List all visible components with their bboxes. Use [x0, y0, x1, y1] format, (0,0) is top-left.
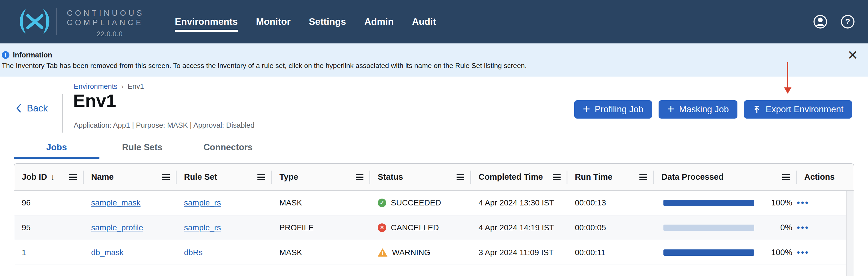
progress-bar	[663, 200, 754, 206]
status-success-icon	[378, 198, 386, 207]
column-header-type: Type	[272, 164, 370, 190]
column-header-actions: Actions	[797, 164, 854, 190]
nav-item-monitor[interactable]: Monitor	[256, 16, 290, 27]
tab-rule-sets[interactable]: Rule Sets	[99, 142, 185, 153]
nav-icons: ?	[813, 0, 855, 43]
breadcrumb-current: Env1	[128, 82, 144, 91]
breadcrumb-chevron-icon: ›	[121, 83, 124, 91]
data-processed-cell: 100%	[654, 191, 797, 215]
column-menu-icon[interactable]	[356, 174, 364, 180]
status-label: CANCELLED	[391, 223, 439, 232]
status-cancelled-icon	[378, 223, 386, 232]
row-actions-button[interactable]: •••	[797, 223, 809, 233]
tab-bar: Jobs Rule Sets Connectors	[14, 142, 271, 153]
annotation-arrow-icon	[784, 62, 792, 95]
job-name-link[interactable]: sample_mask	[91, 198, 141, 208]
status-cell: WARNING	[370, 240, 471, 265]
job-type-cell: MASK	[272, 191, 370, 215]
page: CONTINUOUS COMPLIANCE 22.0.0.0 Environme…	[0, 0, 868, 276]
export-icon	[752, 105, 761, 114]
run-time-cell: 00:00:11	[567, 240, 654, 265]
close-icon[interactable]: ✕	[847, 49, 858, 62]
progress-percent: 0%	[780, 223, 792, 232]
table-body: 96 sample_mask sample_rs MASK SUCCEEDED …	[14, 191, 854, 265]
column-menu-icon[interactable]	[162, 174, 170, 180]
info-banner: i Information The Inventory Tab has been…	[0, 43, 868, 76]
page-title: Env1	[73, 90, 116, 111]
top-navbar: CONTINUOUS COMPLIANCE 22.0.0.0 Environme…	[0, 0, 868, 43]
page-subtitle: Application: App1 | Purpose: MASK | Appr…	[74, 121, 255, 129]
back-button[interactable]: Back	[16, 103, 48, 114]
active-tab-underline	[14, 157, 99, 159]
column-menu-icon[interactable]	[257, 174, 265, 180]
data-processed-cell: 0%	[654, 215, 797, 240]
title-divider	[62, 94, 63, 132]
column-menu-icon[interactable]	[457, 174, 464, 180]
status-label: SUCCEEDED	[391, 198, 441, 208]
status-cell: CANCELLED	[370, 215, 471, 240]
logo-divider	[56, 8, 57, 35]
profiling-job-button[interactable]: + Profiling Job	[574, 100, 652, 119]
rule-set-link[interactable]: dbRs	[184, 248, 203, 257]
sort-descending-icon[interactable]: ↓	[51, 172, 55, 182]
table-row: 96 sample_mask sample_rs MASK SUCCEEDED …	[14, 191, 854, 215]
row-actions-button[interactable]: •••	[797, 248, 809, 257]
job-id-cell: 96	[14, 191, 84, 215]
banner-message: The Inventory Tab has been removed from …	[2, 62, 527, 70]
column-menu-icon[interactable]	[69, 174, 77, 180]
brand-line1: CONTINUOUS	[67, 8, 153, 18]
rule-set-link[interactable]: sample_rs	[184, 223, 221, 232]
version-label: 22.0.0.0	[67, 29, 153, 39]
breadcrumb: Environments › Env1	[74, 82, 144, 91]
run-time-cell: 00:00:13	[567, 191, 654, 215]
nav-item-settings[interactable]: Settings	[309, 16, 346, 27]
column-header-completed-time: Completed Time	[471, 164, 567, 190]
job-type-cell: PROFILE	[272, 215, 370, 240]
rule-set-link[interactable]: sample_rs	[184, 198, 221, 208]
nav-item-audit[interactable]: Audit	[412, 16, 436, 27]
help-icon[interactable]: ?	[841, 14, 855, 29]
column-header-name: Name	[84, 164, 177, 190]
completed-time-cell: 3 Apr 2024 11:09 IST	[471, 240, 567, 265]
progress-percent: 100%	[771, 248, 792, 257]
masking-job-button[interactable]: + Masking Job	[658, 100, 737, 119]
plus-icon: +	[583, 102, 590, 115]
nav-item-admin[interactable]: Admin	[364, 16, 394, 27]
profiling-job-label: Profiling Job	[595, 104, 644, 115]
user-account-icon[interactable]	[813, 14, 828, 29]
job-id-cell: 95	[14, 215, 84, 240]
column-header-status: Status	[370, 164, 471, 190]
column-menu-icon[interactable]	[553, 174, 561, 180]
table-row: 95 sample_profile sample_rs PROFILE CANC…	[14, 215, 854, 240]
job-id-cell: 1	[14, 240, 84, 265]
column-menu-icon[interactable]	[782, 174, 790, 180]
status-cell: SUCCEEDED	[370, 191, 471, 215]
tab-connectors[interactable]: Connectors	[185, 142, 271, 153]
row-actions-button[interactable]: •••	[797, 198, 809, 208]
banner-title: Information	[13, 51, 52, 59]
nav-item-environments[interactable]: Environments	[175, 16, 238, 27]
table-scrollbar[interactable]	[846, 191, 854, 276]
job-name-link[interactable]: sample_profile	[91, 223, 143, 232]
column-menu-icon[interactable]	[640, 174, 647, 180]
run-time-cell: 00:00:05	[567, 215, 654, 240]
progress-percent: 100%	[771, 198, 792, 208]
job-name-link[interactable]: db_mask	[91, 248, 124, 257]
main-nav: Environments Monitor Settings Admin Audi…	[175, 0, 436, 43]
chevron-left-icon	[16, 103, 22, 113]
export-environment-label: Export Environment	[766, 104, 843, 115]
column-header-job-id: Job ID ↓	[14, 164, 84, 190]
masking-job-label: Masking Job	[679, 104, 729, 115]
breadcrumb-environments-link[interactable]: Environments	[74, 82, 117, 91]
export-environment-button[interactable]: Export Environment	[744, 100, 852, 119]
progress-bar	[663, 224, 754, 231]
tab-jobs[interactable]: Jobs	[14, 142, 99, 153]
completed-time-cell: 4 Apr 2024 14:19 IST	[471, 215, 567, 240]
column-header-run-time: Run Time	[567, 164, 654, 190]
data-processed-cell: 100%	[654, 240, 797, 265]
completed-time-cell: 4 Apr 2024 13:30 IST	[471, 191, 567, 215]
brand-text: CONTINUOUS COMPLIANCE 22.0.0.0	[67, 8, 153, 39]
plus-icon: +	[667, 102, 675, 115]
back-label: Back	[27, 103, 48, 114]
info-icon: i	[2, 51, 9, 59]
